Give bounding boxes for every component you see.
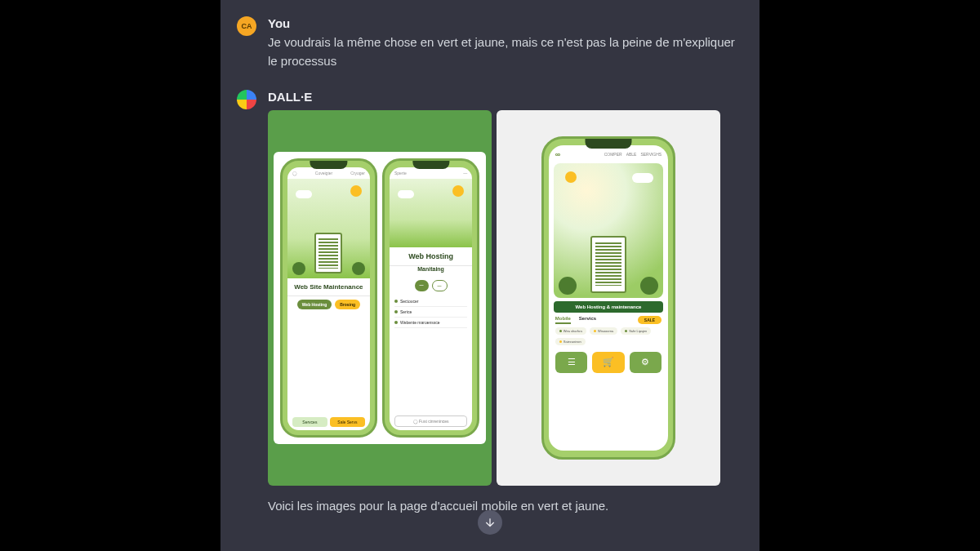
logo-icon: ∞	[555, 150, 559, 158]
hero-illustration	[554, 163, 663, 297]
nav-link: COMPER	[604, 152, 622, 157]
hero-illustration	[287, 179, 370, 279]
assistant-response-text: Voici les images pour la page d'accueil …	[237, 491, 743, 513]
tree-icon	[352, 262, 365, 275]
arrow-down-icon	[483, 516, 497, 529]
cloud-icon	[632, 173, 653, 183]
title: Web Hosting	[390, 247, 472, 266]
section-list: Sectoucer Serice Webente maroenssce	[390, 295, 472, 413]
user-message-body: You Je voudrais la même chose en vert et…	[268, 16, 743, 70]
generated-image-1[interactable]: ◯ Coveigter Cryoger	[268, 110, 492, 486]
nav-left: Coveigter	[315, 171, 332, 176]
img2-phone: ∞ COMPER ABLE SERVIGHS	[541, 136, 675, 460]
phone-screen: ∞ COMPER ABLE SERVIGHS	[549, 145, 668, 451]
pill: Brosing	[335, 300, 360, 309]
chip: Wisooorna	[590, 327, 617, 335]
generated-images-row: ◯ Coveigter Cryoger	[268, 110, 743, 486]
building-icon	[590, 236, 626, 293]
footer-btn: Servces	[292, 417, 327, 427]
user-message: CA You Je voudrais la même chose en vert…	[237, 16, 743, 70]
phone-nav: ◯ Coveigter Cryoger	[287, 167, 370, 179]
caption: Web Site Maintenance	[287, 278, 370, 296]
footer-row: Servces Sale Servs	[287, 414, 370, 430]
chip: Wea sharhcs	[555, 327, 586, 335]
nav-spacer: —	[463, 171, 467, 176]
pill-row: — —	[390, 277, 472, 295]
tabs: Mobile Servics SALE	[549, 313, 668, 326]
sun-icon	[565, 171, 577, 183]
nav-links: COMPER ABLE SERVIGHS	[604, 152, 662, 157]
img1-panel: ◯ Coveigter Cryoger	[274, 152, 486, 445]
list-item: Webente maroenssce	[394, 318, 467, 328]
hero-illustration	[390, 179, 472, 247]
subtitle: Manitaing	[390, 266, 472, 277]
action-icon: 🛒	[592, 352, 624, 373]
sale-badge: SALE	[638, 316, 662, 324]
action-icon: ☰	[555, 352, 587, 373]
action-icon: ⚙	[630, 352, 662, 373]
chip-row: Wea sharhcs Wisooorna Safe Lipsjen Saiec…	[549, 326, 668, 347]
tree-icon	[559, 277, 577, 295]
assistant-message-body: DALL·E ◯ Coveigter Cryoger	[268, 90, 743, 486]
pill: Web Hosting	[297, 300, 332, 309]
user-message-text: Je voudrais la même chose en vert et jau…	[268, 33, 743, 70]
nav-link: SERVIGHS	[640, 152, 662, 157]
chip: Safe Lipsjen	[621, 327, 651, 335]
phone-notch	[310, 161, 347, 169]
building-icon	[314, 233, 342, 273]
icon-row: ☰ 🛒 ⚙	[549, 347, 668, 380]
dalle-avatar	[237, 90, 256, 109]
nav-left: Sperte	[394, 171, 407, 176]
chip: Saiecaninon	[555, 338, 586, 345]
footer-btn: Sale Servs	[330, 417, 365, 427]
pill: —	[432, 280, 448, 291]
cloud-icon	[398, 190, 414, 198]
generated-image-2[interactable]: ∞ COMPER ABLE SERVIGHS	[497, 110, 720, 486]
sun-icon	[350, 185, 362, 197]
phone-notch	[412, 161, 449, 169]
nav-right: Cryoger	[350, 171, 365, 176]
tab: Servics	[579, 316, 596, 324]
list-item: Serice	[394, 307, 467, 318]
user-author-label: You	[268, 16, 743, 30]
search-bar: ◯ Fust cinreninces	[390, 412, 472, 430]
tree-icon	[640, 277, 658, 295]
tree-icon	[292, 262, 305, 275]
pill-row: Web Hosting Brosing	[287, 296, 370, 313]
tab: Mobile	[555, 316, 571, 324]
phone-screen: Sperte — Web Hosting Manitaing	[390, 167, 472, 431]
nav-link: ABLE	[626, 152, 637, 157]
pill: —	[415, 280, 429, 291]
scroll-down-button[interactable]	[478, 510, 502, 535]
img1-phone-right: Sperte — Web Hosting Manitaing	[382, 158, 479, 438]
nav-icon: ◯	[292, 171, 297, 176]
img1-phone-left: ◯ Coveigter Cryoger	[280, 158, 377, 438]
sun-icon	[452, 185, 464, 197]
cloud-icon	[296, 190, 312, 198]
phone-screen: ◯ Coveigter Cryoger	[287, 167, 370, 431]
chat-container: CA You Je voudrais la même chose en vert…	[220, 0, 760, 551]
assistant-message: DALL·E ◯ Coveigter Cryoger	[237, 90, 743, 486]
phone-notch	[585, 139, 631, 149]
assistant-author-label: DALL·E	[268, 90, 743, 104]
list-item: Sectoucer	[394, 296, 467, 307]
search-field: ◯ Fust cinreninces	[394, 415, 467, 427]
phone-nav: Sperte —	[390, 167, 472, 179]
banner: Web Hosting & maintenance	[554, 301, 663, 313]
user-avatar: CA	[237, 16, 256, 36]
